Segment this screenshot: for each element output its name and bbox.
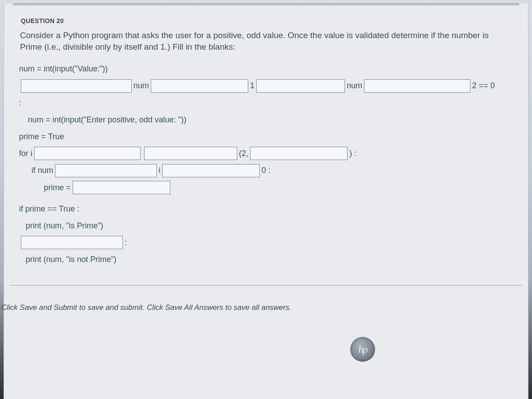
code-line-8: prime = [19,180,516,195]
blank-range-end[interactable] [250,147,348,160]
blank-while-keyword[interactable] [21,79,132,93]
hp-logo-icon: hp [350,337,375,362]
blank-in-keyword[interactable] [34,147,141,160]
code-line-6: for i (2, ) : [19,146,516,161]
code-text: if prime == True : [19,201,79,216]
blank-else-keyword[interactable] [21,236,123,249]
code-text: print (num, "is Prime") [19,218,103,233]
code-text: num [133,78,149,93]
code-fill-area: num = int(input("Value:")) num 1 num 2 =… [16,61,516,267]
code-text: num [347,78,362,93]
code-line-4: num = int(input("Enter positive, odd val… [19,112,516,127]
code-text: 2 == 0 [472,78,495,93]
code-line-12: print (num, "is not Prime") [19,252,516,267]
code-text: if num [31,163,53,178]
code-text: ) : [349,146,356,161]
code-text: num = int(input("Enter positive, odd val… [19,112,186,127]
blank-eq-op[interactable] [162,164,260,177]
code-line-5: prime = True [19,129,516,144]
code-text: for i [19,146,32,161]
code-text: 1 [250,78,254,93]
code-line-2: num 1 num 2 == 0 [19,78,516,93]
code-text: prime = [44,180,71,195]
code-line-1: num = int(input("Value:")) [19,61,516,76]
code-text: (2, [239,146,248,161]
code-line-11: : [19,235,516,250]
code-line-9: if prime == True : [19,201,516,216]
code-text: : [19,95,21,110]
divider-top [13,4,519,4]
blank-mod-op-2[interactable] [55,164,157,177]
blank-false-value[interactable] [73,181,170,194]
code-line-7: if num i 0 : [19,163,516,178]
blank-logical-op[interactable] [256,79,345,93]
question-number: QUESTION 20 [4,14,528,30]
code-text: prime = True [19,129,64,144]
hp-logo-text: hp [358,344,367,356]
blank-compare-op-1[interactable] [151,79,248,93]
code-text: print (num, "is not Prime") [19,252,117,267]
code-text: : [125,235,127,250]
code-line-10: print (num, "is Prime") [19,218,516,233]
footer-instruction: Click Save and Submit to save and submit… [1,286,528,312]
divider-top-2 [13,5,519,6]
code-text: 0 : [262,163,270,178]
question-page: QUESTION 20 Consider a Python program th… [4,4,528,399]
blank-mod-op[interactable] [364,79,470,93]
code-text: i [159,163,160,178]
blank-range-func[interactable] [144,147,237,160]
question-body: Consider a Python program that asks the … [4,30,528,267]
code-text: num = int(input("Value:")) [19,61,108,76]
code-line-3: : [19,95,516,110]
question-prompt: Consider a Python program that asks the … [16,30,516,61]
